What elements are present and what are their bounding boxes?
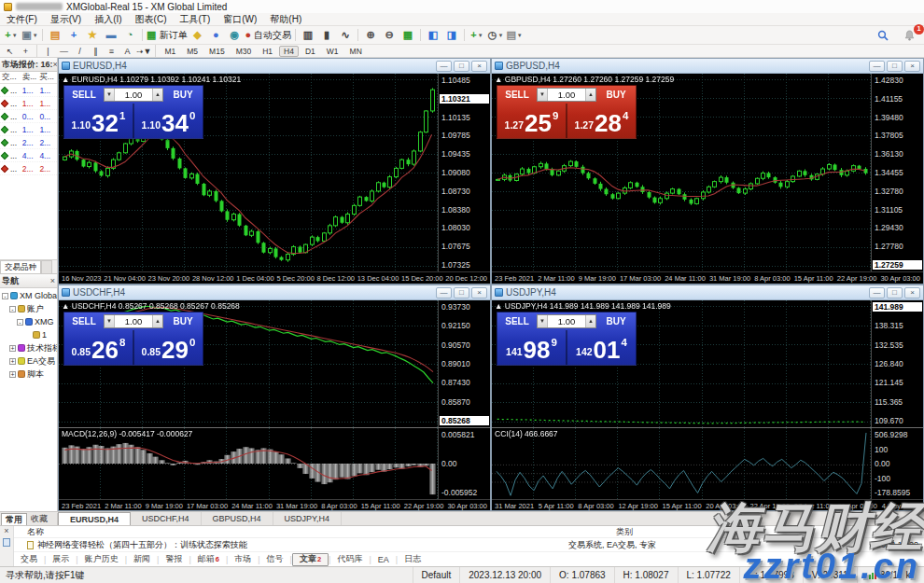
buy-price[interactable]: 1.10340 <box>133 104 203 138</box>
volume-down-icon[interactable]: ▼ <box>538 315 548 327</box>
new-chart-icon[interactable]: +▼ <box>3 27 20 43</box>
buy-button[interactable]: BUY <box>596 316 636 326</box>
restore-button[interactable]: □ <box>887 61 903 72</box>
volume-up-icon[interactable]: ▲ <box>152 89 162 101</box>
templates-icon[interactable]: ▤▼ <box>506 27 523 43</box>
volume-stepper[interactable]: ▼1.00▲ <box>537 88 596 102</box>
notifications-bell-icon[interactable]: 1 <box>901 28 917 44</box>
timeframe-w1[interactable]: W1 <box>322 46 343 57</box>
chart-window-titlebar[interactable]: GBPUSD,H4—□× <box>492 59 923 74</box>
terminal-tab-3[interactable]: 账户历史 <box>78 553 125 566</box>
navigator-tree-item[interactable]: -账户 <box>0 302 57 315</box>
terminal-tab-6[interactable]: 邮箱6 <box>191 553 226 566</box>
menu-item[interactable]: 工具(T) <box>173 13 217 26</box>
market-watch-row[interactable]: ...1...1... <box>0 84 57 97</box>
terminal-tab-8[interactable]: 信号 <box>260 553 290 566</box>
crosshair-tool[interactable]: + <box>19 45 33 57</box>
market-watch-column[interactable]: 买... <box>39 72 57 83</box>
minimize-button[interactable]: — <box>436 287 452 298</box>
close-button[interactable]: × <box>471 287 487 298</box>
buy-price[interactable]: 1.27284 <box>566 104 636 138</box>
timeframe-d1[interactable]: D1 <box>301 46 320 57</box>
chart-tab-gbpusd-h4[interactable]: GBPUSD,H4 <box>202 512 273 525</box>
tile-windows-icon[interactable]: ▦ <box>399 27 416 43</box>
autotrading-icon[interactable]: ●自动交易 <box>245 27 291 43</box>
chart-window-titlebar[interactable]: EURUSD,H4—□× <box>59 59 490 74</box>
menu-item[interactable]: 显示(V) <box>44 13 88 26</box>
arrange-cascade-icon[interactable]: ◧ <box>425 27 441 43</box>
buy-button[interactable]: BUY <box>163 90 203 100</box>
sell-price[interactable]: 1.27259 <box>497 104 566 138</box>
navigator-tree-item[interactable]: +1 <box>0 328 57 341</box>
chart-tab-usdjpy-h4[interactable]: USDJPY,H4 <box>273 512 342 525</box>
window-titlebar[interactable]: XMGlobal-Real 15 - XM Global Limited <box>0 0 924 13</box>
market-watch-icon[interactable]: ▤ <box>47 27 63 43</box>
restore-button[interactable]: □ <box>454 287 469 298</box>
sell-price[interactable]: 0.85268 <box>64 330 133 365</box>
indicator-plot-area[interactable]: MACD(12,26,9) -0.005417 -0.000627 <box>59 428 438 499</box>
tree-toggle-icon[interactable]: - <box>9 306 16 312</box>
strategy-tester-icon[interactable]: ◔ <box>121 27 138 43</box>
terminal-tab-11[interactable]: EA <box>371 553 396 566</box>
minimize-button[interactable]: — <box>436 61 452 72</box>
navigator-close-icon[interactable]: × <box>50 276 55 285</box>
article-row[interactable]: 神经网络变得轻松（第四十五部分）：训练状态探索技能 交易系统, EA交易, 专家… <box>14 538 924 551</box>
tree-toggle-icon[interactable]: - <box>2 293 8 299</box>
navigator-tree-item[interactable]: +EA交易 <box>0 354 57 368</box>
buy-price[interactable]: 142014 <box>566 330 636 365</box>
buy-price[interactable]: 0.85290 <box>133 330 203 365</box>
terminal-tab-2[interactable]: 展示 <box>46 553 76 566</box>
minimize-button[interactable]: — <box>869 61 885 72</box>
navigator-icon[interactable]: ★ <box>84 27 101 43</box>
sell-price[interactable]: 141989 <box>497 330 566 365</box>
terminal-tab-1[interactable]: 交易 <box>14 553 44 566</box>
sidebar-tab-common[interactable]: 常用 <box>1 513 27 525</box>
navigator-tree-item[interactable]: +脚本 <box>0 368 57 381</box>
data-window-icon[interactable]: + <box>65 27 82 43</box>
terminal-tab-4[interactable]: 新闻 <box>127 553 157 566</box>
menu-item[interactable]: 窗口(W) <box>217 13 263 26</box>
market-watch-tab-symbols[interactable]: 交易品种 <box>0 260 41 273</box>
menu-item[interactable]: 帮助(H) <box>263 13 308 26</box>
timeframe-m15[interactable]: M15 <box>204 46 230 57</box>
terminal-icon[interactable]: ▬ <box>103 27 119 43</box>
minimize-button[interactable]: — <box>869 287 885 298</box>
search-icon[interactable] <box>875 28 891 44</box>
sidebar-tab-favorites[interactable]: 收藏 <box>27 513 51 525</box>
zoom-in-icon[interactable]: ⊕ <box>362 27 379 43</box>
market-watch-row[interactable]: ...0...0... <box>0 110 57 123</box>
metaquotes-icon[interactable]: ● <box>207 27 224 43</box>
volume-down-icon[interactable]: ▼ <box>105 315 115 327</box>
chart-plot-area[interactable]: ▲ USDCHF,H4 0.85267 0.85268 0.85267 0.85… <box>59 300 438 427</box>
terminal-tab-7[interactable]: 市场 <box>228 553 258 566</box>
metaeditor-icon[interactable]: ◆ <box>189 27 205 43</box>
volume-up-icon[interactable]: ▲ <box>152 315 162 327</box>
arrange-tile-icon[interactable]: ◨ <box>443 27 460 43</box>
menu-item[interactable]: 文件(F) <box>0 13 44 26</box>
volume-down-icon[interactable]: ▼ <box>105 89 115 101</box>
sell-button[interactable]: SELL <box>64 316 104 326</box>
market-watch-column[interactable]: 交... <box>0 72 22 83</box>
market-watch-close-icon[interactable]: × <box>53 60 57 69</box>
chart-plot-area[interactable]: ▲ USDJPY,H4 141.989 141.989 141.989 141.… <box>492 300 871 427</box>
terminal-tab-10[interactable]: 代码库 <box>330 553 369 566</box>
candle-chart-icon[interactable]: ▮ <box>318 27 335 43</box>
volume-stepper[interactable]: ▼1.00▲ <box>104 314 163 328</box>
volume-up-icon[interactable]: ▲ <box>585 89 595 101</box>
status-profile[interactable]: Default <box>413 567 460 583</box>
restore-button[interactable]: □ <box>454 61 469 72</box>
market-watch-row[interactable]: ...2...2... <box>0 136 57 149</box>
menu-item[interactable]: 插入(I) <box>88 13 128 26</box>
menu-item[interactable]: 图表(C) <box>129 13 174 26</box>
terminal-tab-9[interactable]: 文章2 <box>292 553 329 566</box>
timeframe-m5[interactable]: M5 <box>182 46 203 57</box>
sell-button[interactable]: SELL <box>497 316 537 326</box>
timeframe-m1[interactable]: M1 <box>160 46 180 57</box>
indicators-icon[interactable]: +▼ <box>469 27 485 43</box>
close-button[interactable]: × <box>904 61 920 72</box>
text-tool[interactable]: A <box>120 45 134 57</box>
chart-window-titlebar[interactable]: USDJPY,H4—□× <box>492 285 923 300</box>
vertical-line-tool[interactable]: | <box>41 45 55 57</box>
sell-button[interactable]: SELL <box>64 90 104 100</box>
chart-plot-area[interactable]: ▲ EURUSD,H4 1.10279 1.10392 1.10241 1.10… <box>59 74 438 271</box>
